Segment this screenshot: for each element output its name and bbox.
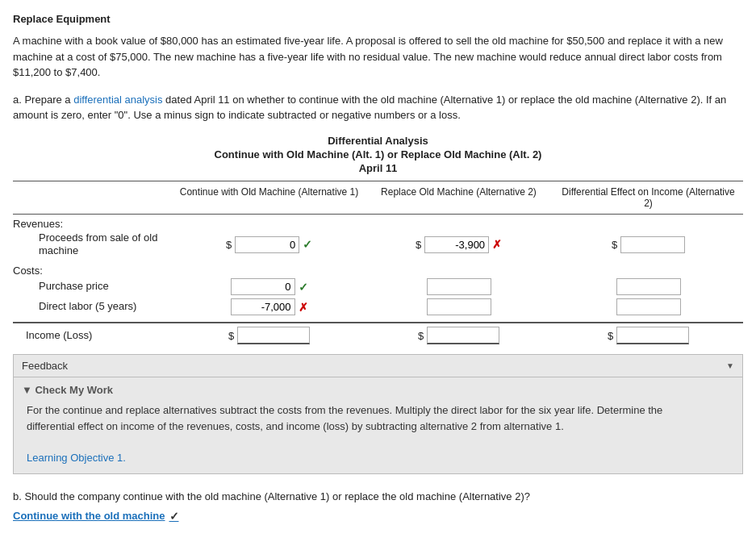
- purchase-label: Purchase price: [13, 280, 174, 294]
- direct-labor-alt1-input[interactable]: [231, 298, 295, 315]
- proceeds-diff-input[interactable]: [620, 236, 685, 253]
- feedback-content: For the continue and replace alternative…: [14, 399, 742, 473]
- proceeds-alt1-input[interactable]: [235, 236, 299, 253]
- direct-labor-diff-cell: [553, 298, 743, 315]
- income-alt1-cell: $: [174, 327, 364, 344]
- feedback-header: Feedback ▼: [14, 355, 742, 377]
- income-diff-dollar: $: [608, 330, 613, 342]
- proceeds-alt2-x-icon: ✗: [492, 238, 502, 251]
- feedback-text-line2: differential effect on income of the rev…: [27, 419, 729, 435]
- proceeds-alt2-cell: $ ✗: [364, 236, 553, 253]
- income-alt1-input[interactable]: [237, 327, 310, 344]
- purchase-alt1-check-icon: ✓: [299, 281, 308, 294]
- direct-labor-alt1-x-icon: ✗: [299, 301, 308, 314]
- revenues-section-label: Revenues:: [13, 215, 743, 231]
- income-diff-input[interactable]: [616, 327, 689, 344]
- col-header-alt1: Continue with Old Machine (Alternative 1…: [174, 185, 364, 210]
- income-label: Income (Loss): [13, 329, 174, 343]
- income-alt2-cell: $: [364, 327, 553, 344]
- direct-labor-label: Direct labor (5 years): [13, 300, 174, 314]
- feedback-label: Feedback: [22, 360, 68, 372]
- answer-b-checkmark-icon: ✓: [169, 510, 179, 523]
- proceeds-alt2-input[interactable]: [424, 236, 489, 253]
- direct-labor-diff-input[interactable]: [616, 298, 681, 315]
- col-header-diff: Differential Effect on Income (Alternati…: [553, 185, 743, 210]
- purchase-diff-input[interactable]: [616, 278, 681, 295]
- proceeds-diff-cell: $: [553, 236, 743, 253]
- table-row-income: Income (Loss) $ $ $: [13, 322, 743, 344]
- answer-b: Continue with the old machine ✓: [13, 510, 179, 523]
- question-a-text: a. Prepare a: [13, 94, 73, 106]
- page-title: Replace Equipment: [13, 13, 743, 25]
- direct-labor-alt2-cell: [364, 298, 553, 315]
- feedback-text-line1: For the continue and replace alternative…: [27, 402, 729, 419]
- income-alt2-dollar: $: [418, 330, 424, 342]
- col-header-label: [13, 185, 174, 210]
- income-diff-cell: $: [553, 327, 743, 344]
- question-b-text: b. Should the company continue with the …: [13, 489, 743, 505]
- answer-b-text: Continue with the old machine: [13, 510, 165, 522]
- purchase-alt1-cell: ✓: [174, 278, 364, 295]
- purchase-alt2-cell: [364, 278, 553, 295]
- income-alt1-dollar: $: [228, 330, 234, 342]
- direct-labor-alt2-input[interactable]: [427, 298, 491, 315]
- learning-objective-link[interactable]: Learning Objective 1.: [27, 452, 126, 464]
- table-body: Revenues: Proceeds from sale of old mach…: [13, 215, 743, 345]
- feedback-box: Feedback ▼ Check My Work For the continu…: [13, 354, 743, 474]
- differential-keyword: differential analysis: [73, 94, 162, 106]
- proceeds-diff-dollar: $: [612, 239, 617, 251]
- costs-section-label: Costs:: [13, 261, 743, 278]
- differential-table-title: Differential Analysis Continue with Old …: [13, 135, 743, 174]
- description: A machine with a book value of $80,000 h…: [13, 33, 743, 81]
- table-row-purchase: Purchase price ✓: [13, 278, 743, 295]
- table-row-proceeds: Proceeds from sale of old machine $ ✓ $ …: [13, 231, 743, 259]
- income-alt2-input[interactable]: [427, 327, 499, 344]
- proceeds-alt1-check-icon: ✓: [303, 238, 312, 251]
- direct-labor-alt1-cell: ✗: [174, 298, 364, 315]
- purchase-alt2-input[interactable]: [427, 278, 491, 295]
- question-a: a. Prepare a differential analysis dated…: [13, 92, 743, 123]
- col-header-alt2: Replace Old Machine (Alternative 2): [364, 185, 553, 210]
- proceeds-label: Proceeds from sale of old machine: [13, 231, 174, 259]
- purchase-diff-cell: [553, 278, 743, 295]
- check-my-work[interactable]: Check My Work: [14, 377, 742, 399]
- differential-table: Continue with Old Machine (Alternative 1…: [13, 181, 743, 345]
- column-headers: Continue with Old Machine (Alternative 1…: [13, 181, 743, 215]
- question-b-container: b. Should the company continue with the …: [13, 489, 743, 523]
- proceeds-alt1-dollar: $: [226, 239, 232, 251]
- table-row-direct-labor: Direct labor (5 years) ✗: [13, 298, 743, 315]
- purchase-alt1-input[interactable]: [231, 278, 295, 295]
- proceeds-alt1-cell: $ ✓: [174, 236, 364, 253]
- feedback-triangle-icon: ▼: [726, 361, 734, 370]
- proceeds-alt2-dollar: $: [416, 239, 421, 251]
